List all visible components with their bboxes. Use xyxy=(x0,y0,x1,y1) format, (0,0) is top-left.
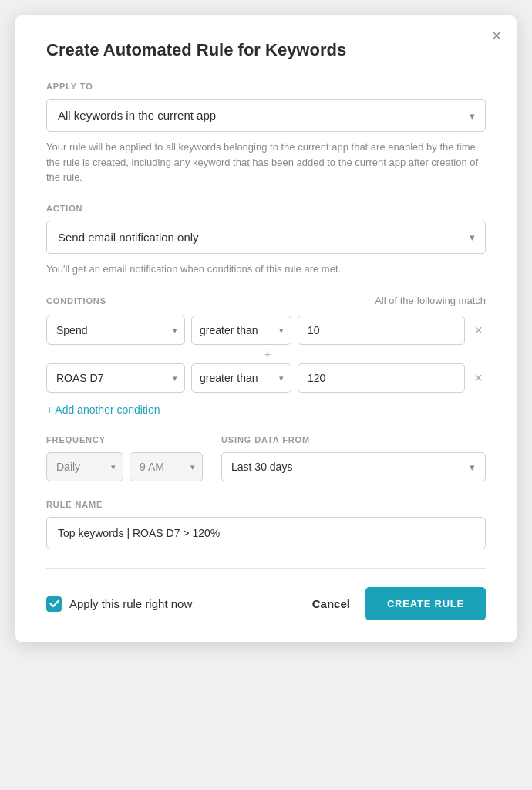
rule-name-section: RULE NAME xyxy=(46,500,486,549)
condition-2-metric-select[interactable]: Spend ROAS D7 CPA xyxy=(46,363,185,393)
checkmark-icon xyxy=(49,599,59,609)
footer-actions: Cancel CREATE RULE xyxy=(312,587,486,620)
condition-2-operator-select[interactable]: greater than less than equals xyxy=(191,363,291,393)
footer: Apply this rule right now Cancel CREATE … xyxy=(46,587,486,620)
modal-container: × Create Automated Rule for Keywords APP… xyxy=(15,15,517,642)
conditions-match-label: All of the following match xyxy=(375,295,486,306)
condition-1-metric-select[interactable]: Spend ROAS D7 CPA xyxy=(46,316,185,345)
condition-1-remove-button[interactable]: × xyxy=(471,323,486,337)
frequency-time-select[interactable]: 9 AM 10 AM 11 AM 12 PM xyxy=(130,452,203,481)
apply-to-select[interactable]: All keywords in the current app Selected… xyxy=(46,99,486,132)
using-data-section: USING DATA FROM Last 30 days Last 7 days… xyxy=(221,435,486,481)
condition-2-value-wrapper xyxy=(298,363,465,393)
using-data-select-wrapper: Last 30 days Last 7 days Last 14 days Ye… xyxy=(221,452,486,481)
create-rule-button[interactable]: CREATE RULE xyxy=(365,587,486,620)
frequency-period-wrapper: Daily Weekly ▾ xyxy=(46,452,123,481)
action-section: ACTION Send email notification only Paus… xyxy=(46,204,486,277)
frequency-time-wrapper: 9 AM 10 AM 11 AM 12 PM ▾ xyxy=(130,452,203,481)
condition-1-operator-wrapper: greater than less than equals ▾ xyxy=(191,316,291,345)
condition-2-metric-wrapper: Spend ROAS D7 CPA ▾ xyxy=(46,363,185,393)
conditions-label: CONDITIONS xyxy=(46,296,106,306)
action-label: ACTION xyxy=(46,204,486,213)
cancel-button[interactable]: Cancel xyxy=(312,597,350,610)
condition-1-metric-select-wrapper: Spend ROAS D7 CPA ▾ xyxy=(46,316,185,345)
condition-1-value-input[interactable] xyxy=(298,316,465,345)
apply-now-checkbox-label[interactable]: Apply this rule right now xyxy=(46,596,192,612)
modal-title: Create Automated Rule for Keywords xyxy=(46,40,486,60)
frequency-label: FREQUENCY xyxy=(46,435,203,444)
condition-row-1: Spend ROAS D7 CPA ▾ greater than less th… xyxy=(46,316,486,345)
condition-plus-divider: + xyxy=(46,348,486,360)
frequency-period-select[interactable]: Daily Weekly xyxy=(46,452,123,481)
condition-1-metric-wrapper: Spend ROAS D7 CPA ▾ xyxy=(46,316,185,345)
condition-2-remove-button[interactable]: × xyxy=(471,371,486,385)
close-button[interactable]: × xyxy=(492,28,501,43)
rule-name-input[interactable] xyxy=(46,517,486,549)
action-select[interactable]: Send email notification only Pause keywo… xyxy=(46,221,486,254)
apply-to-select-wrapper: All keywords in the current app Selected… xyxy=(46,99,486,132)
conditions-section: CONDITIONS All of the following match Sp… xyxy=(46,295,486,417)
frequency-group: FREQUENCY Daily Weekly ▾ 9 AM 10 AM 11 A… xyxy=(46,435,203,481)
conditions-header: CONDITIONS All of the following match xyxy=(46,295,486,306)
frequency-data-row: FREQUENCY Daily Weekly ▾ 9 AM 10 AM 11 A… xyxy=(46,435,486,481)
using-data-label: USING DATA FROM xyxy=(221,435,486,444)
frequency-selects: Daily Weekly ▾ 9 AM 10 AM 11 AM 12 PM ▾ xyxy=(46,452,203,481)
add-condition-button[interactable]: + Add another condition xyxy=(46,403,160,416)
apply-to-label: APPLY TO xyxy=(46,82,486,91)
condition-row-2: Spend ROAS D7 CPA ▾ greater than less th… xyxy=(46,363,486,393)
condition-2-metric-select-wrapper: Spend ROAS D7 CPA ▾ xyxy=(46,363,185,393)
action-helper: You'll get an email notification when co… xyxy=(46,262,486,277)
rule-name-label: RULE NAME xyxy=(46,500,486,509)
apply-now-checkbox[interactable] xyxy=(46,596,62,612)
condition-1-operator-select[interactable]: greater than less than equals xyxy=(191,316,291,345)
footer-divider xyxy=(46,568,486,569)
action-select-wrapper: Send email notification only Pause keywo… xyxy=(46,221,486,254)
apply-to-section: APPLY TO All keywords in the current app… xyxy=(46,82,486,185)
condition-2-operator-wrapper: greater than less than equals ▾ xyxy=(191,363,291,393)
using-data-select[interactable]: Last 30 days Last 7 days Last 14 days Ye… xyxy=(221,452,486,481)
condition-1-value-wrapper xyxy=(298,316,465,345)
apply-to-helper: Your rule will be applied to all keyword… xyxy=(46,140,486,185)
condition-1-operator-select-wrapper: greater than less than equals ▾ xyxy=(191,316,291,345)
apply-now-label: Apply this rule right now xyxy=(69,597,192,610)
condition-2-value-input[interactable] xyxy=(298,363,465,393)
condition-2-operator-select-wrapper: greater than less than equals ▾ xyxy=(191,363,291,393)
